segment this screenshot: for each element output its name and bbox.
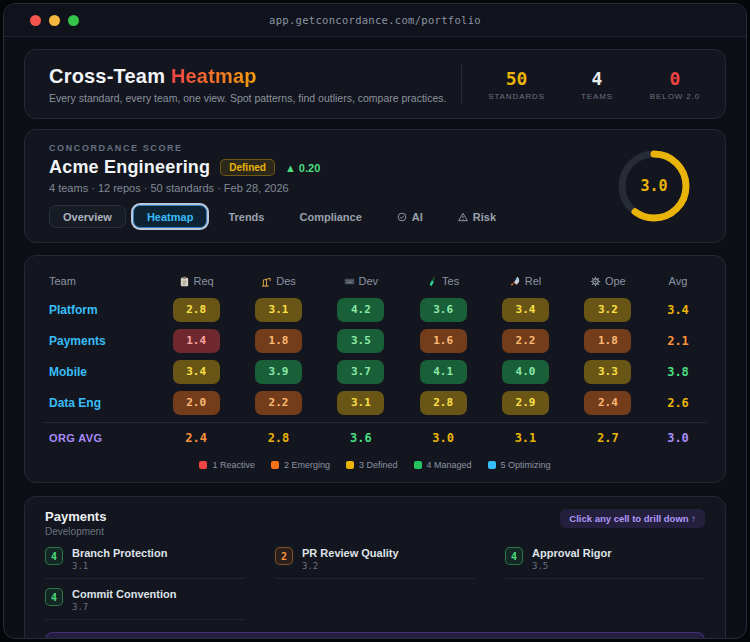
concordance-score-card: CONCORDANCE SCORE Acme Engineering Defin… bbox=[24, 129, 726, 243]
cell-value: 3.9 bbox=[255, 360, 302, 384]
legend-swatch bbox=[271, 461, 279, 469]
stat-standards: 50STANDARDS bbox=[488, 68, 545, 101]
gauge-value: 3.0 bbox=[640, 177, 667, 195]
org-avg-value: 2.8 bbox=[237, 431, 319, 445]
cell-value: 2.2 bbox=[255, 391, 302, 415]
heatmap-body: Platform2.83.14.23.63.43.23.4Payments1.4… bbox=[43, 294, 707, 418]
heatmap-cell-mobile[interactable]: 3.4 bbox=[155, 360, 237, 384]
heatmap-cell-payments[interactable]: 1.8 bbox=[567, 329, 649, 353]
cell-value: 2.0 bbox=[173, 391, 220, 415]
gear-icon bbox=[590, 276, 601, 287]
heatmap-cell-data-eng[interactable]: 2.0 bbox=[155, 391, 237, 415]
heatmap-cell-mobile[interactable]: 3.7 bbox=[320, 360, 402, 384]
page-header-card: Cross-Team Heatmap Every standard, every… bbox=[24, 49, 726, 119]
score-delta: ▲ 0.20 bbox=[285, 162, 320, 174]
team-label: Mobile bbox=[43, 365, 155, 379]
tab-ai[interactable]: AI bbox=[383, 205, 437, 228]
heatmap-cell-data-eng[interactable]: 3.1 bbox=[320, 391, 402, 415]
team-label: Platform bbox=[43, 303, 155, 317]
maturity-badge: Defined bbox=[220, 159, 275, 176]
cell-value: 2.8 bbox=[420, 391, 467, 415]
standard-item-branch-protection[interactable]: 4Branch Protection3.1 bbox=[45, 547, 245, 579]
cell-value: 4.0 bbox=[502, 360, 549, 384]
column-header-label: Des bbox=[276, 275, 296, 287]
heatmap-cell-data-eng[interactable]: 2.2 bbox=[237, 391, 319, 415]
heatmap-cell-platform[interactable]: 3.6 bbox=[402, 298, 484, 322]
heatmap-cell-data-eng[interactable]: 2.8 bbox=[402, 391, 484, 415]
standard-score: 3.2 bbox=[302, 561, 399, 571]
stat-label: TEAMS bbox=[571, 92, 623, 101]
row-avg: 2.6 bbox=[649, 396, 707, 410]
cell-value: 3.6 bbox=[420, 298, 467, 322]
standard-text: PR Review Quality3.2 bbox=[302, 547, 399, 571]
heatmap-cell-platform[interactable]: 3.1 bbox=[237, 298, 319, 322]
legend-swatch bbox=[199, 461, 207, 469]
column-header-label: Req bbox=[194, 275, 214, 287]
heatmap-cell-mobile[interactable]: 3.9 bbox=[237, 360, 319, 384]
heatmap-cell-data-eng[interactable]: 2.4 bbox=[567, 391, 649, 415]
view-action-plan-button[interactable]: View Action Plan → bbox=[45, 632, 705, 639]
standard-item-pr-review-quality[interactable]: 2PR Review Quality3.2 bbox=[275, 547, 475, 579]
org-meta: 4 teams · 12 repos · 50 standards · Feb … bbox=[49, 182, 510, 194]
standard-text: Branch Protection3.1 bbox=[72, 547, 167, 571]
page-content: Cross-Team Heatmap Every standard, every… bbox=[4, 37, 746, 639]
heatmap-cell-payments[interactable]: 1.8 bbox=[237, 329, 319, 353]
app-window: app.getconcordance.com/portfolio Cross-T… bbox=[3, 3, 747, 639]
stat-value: 50 bbox=[488, 68, 545, 89]
stat-teams: 4TEAMS bbox=[571, 68, 623, 101]
heatmap-cell-mobile[interactable]: 4.1 bbox=[402, 360, 484, 384]
team-label: Payments bbox=[43, 334, 155, 348]
standard-name: PR Review Quality bbox=[302, 547, 399, 559]
heatmap-cell-mobile[interactable]: 4.0 bbox=[484, 360, 566, 384]
cell-value: 4.2 bbox=[337, 298, 384, 322]
legend-label: 5 Optimizing bbox=[501, 460, 551, 470]
heatmap-row-mobile: Mobile3.43.93.74.14.03.33.8 bbox=[43, 356, 707, 387]
tab-trends[interactable]: Trends bbox=[214, 205, 278, 228]
legend-swatch bbox=[346, 461, 354, 469]
tab-compliance[interactable]: Compliance bbox=[285, 205, 375, 228]
heatmap-cell-mobile[interactable]: 3.3 bbox=[567, 360, 649, 384]
heatmap-cell-platform[interactable]: 3.4 bbox=[484, 298, 566, 322]
header-stats-group: 50STANDARDS4TEAMS0BELOW 2.0 bbox=[461, 65, 701, 103]
cell-value: 1.8 bbox=[255, 329, 302, 353]
drilldown-category: Development bbox=[45, 526, 106, 537]
cell-value: 3.2 bbox=[584, 298, 631, 322]
header-stats: 50STANDARDS4TEAMS0BELOW 2.0 bbox=[488, 68, 701, 101]
score-tabs: OverviewHeatmapTrendsComplianceAIRisk bbox=[49, 205, 510, 228]
standard-item-approval-rigor[interactable]: 4Approval Rigor3.5 bbox=[505, 547, 705, 579]
tab-overview[interactable]: Overview bbox=[49, 205, 126, 228]
heatmap-cell-payments[interactable]: 1.6 bbox=[402, 329, 484, 353]
heatmap-cell-platform[interactable]: 4.2 bbox=[320, 298, 402, 322]
heatmap-cell-platform[interactable]: 3.2 bbox=[567, 298, 649, 322]
clipboard-icon bbox=[179, 276, 190, 287]
standard-item-commit-convention[interactable]: 4Commit Convention3.7 bbox=[45, 588, 245, 620]
score-card-left: CONCORDANCE SCORE Acme Engineering Defin… bbox=[49, 143, 510, 228]
drilldown-team-name: Payments bbox=[45, 509, 106, 524]
legend-item-2-emerging: 2 Emerging bbox=[271, 460, 330, 470]
cell-value: 1.6 bbox=[420, 329, 467, 353]
browser-titlebar: app.getconcordance.com/portfolio bbox=[4, 4, 746, 37]
column-header-ope: Ope bbox=[567, 275, 649, 287]
cell-value: 1.4 bbox=[173, 329, 220, 353]
heatmap-cell-payments[interactable]: 3.5 bbox=[320, 329, 402, 353]
heatmap-cell-payments[interactable]: 2.2 bbox=[484, 329, 566, 353]
tab-risk[interactable]: Risk bbox=[444, 205, 510, 228]
heatmap-cell-platform[interactable]: 2.8 bbox=[155, 298, 237, 322]
heatmap-cell-payments[interactable]: 1.4 bbox=[155, 329, 237, 353]
test-tube-icon bbox=[427, 276, 438, 287]
cell-value: 2.8 bbox=[173, 298, 220, 322]
heatmap-cell-data-eng[interactable]: 2.9 bbox=[484, 391, 566, 415]
keyboard-icon bbox=[344, 276, 355, 287]
standard-name: Branch Protection bbox=[72, 547, 167, 559]
stats-divider bbox=[461, 65, 462, 103]
stat-below-2-0: 0BELOW 2.0 bbox=[649, 68, 701, 101]
org-name: Acme Engineering bbox=[49, 157, 210, 178]
standard-score: 3.7 bbox=[72, 602, 177, 612]
page-header-left: Cross-Team Heatmap Every standard, every… bbox=[49, 65, 446, 104]
row-avg: 2.1 bbox=[649, 334, 707, 348]
standard-text: Commit Convention3.7 bbox=[72, 588, 177, 612]
url-bar[interactable]: app.getconcordance.com/portfolio bbox=[4, 14, 746, 26]
standard-name: Approval Rigor bbox=[532, 547, 611, 559]
row-avg: 3.8 bbox=[649, 365, 707, 379]
tab-heatmap[interactable]: Heatmap bbox=[133, 205, 207, 228]
